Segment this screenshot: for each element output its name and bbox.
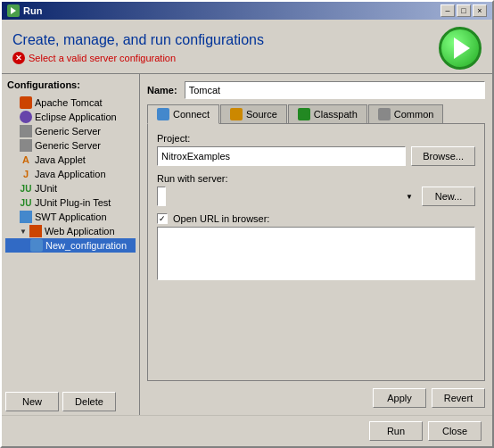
run-button[interactable]: Run xyxy=(369,421,423,441)
revert-button[interactable]: Revert xyxy=(432,388,485,408)
apply-revert-row: Apply Revert xyxy=(147,388,485,408)
tree-item-java-applet[interactable]: A Java Applet xyxy=(5,153,136,167)
tree-item-eclipse-app[interactable]: Eclipse Application xyxy=(5,110,136,124)
tab-classpath[interactable]: Classpath xyxy=(288,104,367,123)
name-input[interactable] xyxy=(185,81,485,99)
tree-label-swt: SWT Application xyxy=(35,212,107,222)
common-tab-label: Common xyxy=(394,109,434,120)
open-url-checkbox[interactable] xyxy=(157,213,168,224)
java-applet-icon: A xyxy=(20,153,32,166)
server-dropdown[interactable] xyxy=(157,187,166,206)
tree-item-apache-tomcat[interactable]: Apache Tomcat xyxy=(5,95,136,110)
left-panel: Configurations: Apache Tomcat Eclipse Ap… xyxy=(2,74,140,415)
open-url-label: Open URL in browser: xyxy=(173,213,269,224)
project-label: Project: xyxy=(157,133,475,144)
tree-item-swt[interactable]: SWT Application xyxy=(5,210,136,224)
server-dropdown-row: New... xyxy=(157,187,475,206)
connect-tab-label: Connect xyxy=(173,109,210,120)
eclipse-icon xyxy=(20,111,32,123)
project-input[interactable] xyxy=(157,146,406,166)
config-icon xyxy=(30,239,43,252)
main-content: Configurations: Apache Tomcat Eclipse Ap… xyxy=(2,74,492,415)
run-with-server-group: Run with server: New... xyxy=(157,173,475,206)
footer: Run Close xyxy=(2,415,492,446)
right-panel: Name: Connect Source Classpath xyxy=(140,74,492,415)
configurations-label: Configurations: xyxy=(5,78,136,92)
tabs-header: Connect Source Classpath Common xyxy=(147,104,485,123)
tree-label-generic-server2: Generic Server xyxy=(35,140,101,151)
tree-label-java-applet: Java Applet xyxy=(35,154,86,165)
open-url-group: Open URL in browser: xyxy=(157,213,475,280)
junit-icon: JU xyxy=(20,182,32,195)
junit-plugin-icon: JU xyxy=(20,196,32,209)
tab-source[interactable]: Source xyxy=(220,104,287,123)
source-tab-label: Source xyxy=(246,109,277,120)
tabs-container: Connect Source Classpath Common xyxy=(147,104,485,381)
header-area: Create, manage, and run configurations ✕… xyxy=(2,20,492,74)
connect-tab-content: Project: Browse... Run with server: xyxy=(147,123,485,381)
open-url-checkbox-row: Open URL in browser: xyxy=(157,213,475,224)
apply-button[interactable]: Apply xyxy=(373,388,426,408)
app-icon xyxy=(7,4,20,17)
tree-item-web-app[interactable]: ▼ Web Application xyxy=(5,224,136,238)
tree-label-junit: JUnit xyxy=(35,183,57,194)
tree-item-new-config[interactable]: New_configuration xyxy=(5,238,136,253)
swt-icon xyxy=(20,211,32,223)
tree-label-web-app: Web Application xyxy=(45,226,115,236)
svg-marker-0 xyxy=(11,7,16,14)
new-server-button[interactable]: New... xyxy=(422,187,475,206)
tree-item-junit-plugin[interactable]: JU JUnit Plug-in Test xyxy=(5,195,136,210)
tree-label-java-app: Java Application xyxy=(35,169,106,179)
error-icon: ✕ xyxy=(12,52,25,64)
tab-connect[interactable]: Connect xyxy=(147,104,219,124)
webapp-icon xyxy=(29,225,42,237)
tomcat-icon xyxy=(20,96,32,109)
tab-common[interactable]: Common xyxy=(368,104,444,123)
generic-icon xyxy=(20,125,32,137)
play-icon xyxy=(454,37,470,59)
connect-tab-icon xyxy=(157,108,169,120)
project-group: Project: Browse... xyxy=(157,133,475,166)
run-dialog: Run – □ × Create, manage, and run config… xyxy=(0,0,494,448)
classpath-tab-label: Classpath xyxy=(314,109,358,120)
tree-label-apache-tomcat: Apache Tomcat xyxy=(35,97,103,108)
tree-label-junit-plugin: JUnit Plug-in Test xyxy=(35,197,111,208)
header-text: Create, manage, and run configurations ✕… xyxy=(12,32,439,64)
generic2-icon xyxy=(20,139,32,152)
tree-item-junit[interactable]: JU JUnit xyxy=(5,181,136,195)
maximize-button[interactable]: □ xyxy=(457,4,471,17)
run-play-button[interactable] xyxy=(439,27,482,70)
tree-item-generic-server[interactable]: Generic Server xyxy=(5,124,136,138)
left-panel-buttons: New Delete xyxy=(5,388,136,411)
tree-label-new-config: New_configuration xyxy=(45,240,127,251)
expand-icon: ▼ xyxy=(20,228,27,236)
tree-label-generic-server: Generic Server xyxy=(35,126,101,137)
java-app-icon: J xyxy=(20,168,32,180)
error-text: Select a valid server configuration xyxy=(29,53,176,63)
config-tree: Apache Tomcat Eclipse Application Generi… xyxy=(5,95,136,388)
tree-label-eclipse-app: Eclipse Application xyxy=(35,112,117,122)
common-tab-icon xyxy=(378,108,391,120)
run-with-server-label: Run with server: xyxy=(157,173,475,184)
minimize-button[interactable]: – xyxy=(440,4,455,17)
title-bar: Run – □ × xyxy=(2,2,492,20)
new-button[interactable]: New xyxy=(5,392,59,411)
name-label: Name: xyxy=(147,85,177,95)
tree-item-java-app[interactable]: J Java Application xyxy=(5,167,136,181)
classpath-tab-icon xyxy=(298,108,310,120)
project-row: Browse... xyxy=(157,146,475,166)
tree-item-generic-server2[interactable]: Generic Server xyxy=(5,138,136,153)
close-button[interactable]: × xyxy=(473,4,487,17)
error-message: ✕ Select a valid server configuration xyxy=(12,52,439,64)
name-row: Name: xyxy=(147,81,485,99)
dialog-title: Create, manage, and run configurations xyxy=(12,32,439,48)
window-title: Run xyxy=(23,5,42,16)
title-bar-controls: – □ × xyxy=(440,4,487,17)
source-tab-icon xyxy=(230,108,243,120)
delete-button[interactable]: Delete xyxy=(62,392,116,411)
server-dropdown-wrapper xyxy=(157,187,416,206)
browse-button[interactable]: Browse... xyxy=(411,146,475,166)
title-bar-left: Run xyxy=(7,4,42,17)
url-input[interactable] xyxy=(157,227,475,280)
close-button-footer[interactable]: Close xyxy=(428,421,482,441)
